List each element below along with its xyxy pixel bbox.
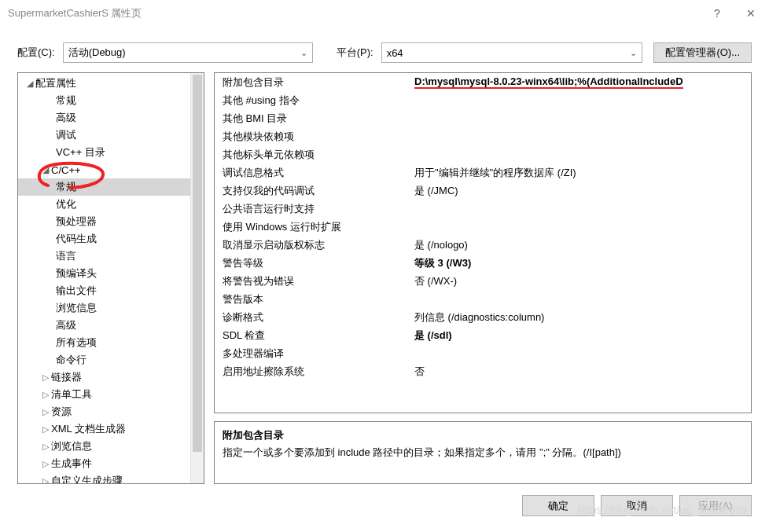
tree-item[interactable]: ▷生成事件: [18, 455, 204, 472]
property-row[interactable]: 使用 Windows 运行时扩展: [215, 218, 751, 236]
tree-item[interactable]: 调试: [18, 127, 204, 144]
property-value[interactable]: D:\mysql\mysql-8.0.23-winx64\lib;%(Addit…: [413, 75, 751, 89]
window-title: SupermarketCashierS 属性页: [8, 6, 701, 20]
caret-right-icon: ▷: [40, 442, 51, 452]
property-label: 其他标头单元依赖项: [215, 148, 413, 162]
tree-item[interactable]: 浏览信息: [18, 299, 204, 317]
tree-item[interactable]: ▷浏览信息: [18, 438, 204, 455]
platform-value: x64: [387, 47, 403, 59]
caret-down-icon: ◢: [24, 79, 35, 89]
platform-select[interactable]: x64 ⌄: [381, 42, 642, 63]
caret-right-icon: ▷: [40, 459, 51, 469]
tree-item[interactable]: ▷清单工具: [18, 386, 204, 403]
caret-right-icon: ▷: [40, 476, 51, 485]
property-row[interactable]: 启用地址擦除系统否: [215, 362, 751, 380]
tree-item[interactable]: ▷资源: [18, 403, 204, 420]
tree-item[interactable]: 语言: [18, 248, 204, 265]
property-label: 多处理器编译: [215, 347, 413, 361]
tree-item[interactable]: 高级: [18, 109, 204, 127]
property-value[interactable]: 用于"编辑并继续"的程序数据库 (/ZI): [413, 166, 751, 180]
tree-item[interactable]: 命令行: [18, 351, 204, 369]
caret-down-icon: ◢: [40, 165, 51, 175]
tree-item[interactable]: ▷自定义生成步骤: [18, 472, 204, 484]
property-row[interactable]: 警告等级等级 3 (/W3): [215, 254, 751, 272]
ok-button[interactable]: 确定: [522, 495, 594, 516]
tree-item[interactable]: 预处理器: [18, 213, 204, 230]
property-row[interactable]: 其他模块依赖项: [215, 127, 751, 145]
property-label: 其他 #using 指令: [215, 94, 413, 108]
config-select[interactable]: 活动(Debug) ⌄: [63, 42, 313, 63]
tree-root[interactable]: ◢配置属性: [18, 75, 204, 92]
property-grid[interactable]: 附加包含目录D:\mysql\mysql-8.0.23-winx64\lib;%…: [214, 72, 752, 413]
property-row[interactable]: 附加包含目录D:\mysql\mysql-8.0.23-winx64\lib;%…: [215, 73, 751, 91]
property-row[interactable]: SDL 检查是 (/sdl): [215, 326, 751, 344]
property-value[interactable]: 列信息 (/diagnostics:column): [413, 310, 751, 325]
property-row[interactable]: 其他标头单元依赖项: [215, 145, 751, 163]
tree-item[interactable]: ▷链接器: [18, 369, 204, 386]
config-manager-button[interactable]: 配置管理器(O)...: [653, 42, 752, 63]
property-label: 诊断格式: [215, 310, 413, 325]
tree-item[interactable]: 代码生成: [18, 230, 204, 248]
property-row[interactable]: 多处理器编译: [215, 344, 751, 362]
chevron-down-icon: ⌄: [630, 48, 637, 58]
property-row[interactable]: 公共语言运行时支持: [215, 200, 751, 218]
property-label: 将警告视为错误: [215, 274, 413, 288]
help-button[interactable]: ?: [701, 0, 733, 27]
property-row[interactable]: 其他 #using 指令: [215, 91, 751, 109]
description-title: 附加包含目录: [223, 428, 743, 442]
cancel-button[interactable]: 取消: [601, 495, 673, 516]
property-label: 警告等级: [215, 256, 413, 270]
property-label: 启用地址擦除系统: [215, 365, 413, 379]
caret-right-icon: ▷: [40, 407, 51, 417]
window-controls: ? ✕: [701, 0, 769, 27]
description-text: 指定一个或多个要添加到 include 路径中的目录；如果指定多个，请用 ";"…: [223, 446, 743, 460]
titlebar: SupermarketCashierS 属性页 ? ✕: [0, 0, 769, 27]
tree-item[interactable]: ▷XML 文档生成器: [18, 420, 204, 438]
close-button[interactable]: ✕: [733, 0, 769, 27]
description-panel: 附加包含目录 指定一个或多个要添加到 include 路径中的目录；如果指定多个…: [214, 421, 752, 484]
config-label: 配置(C):: [17, 46, 55, 60]
caret-right-icon: ▷: [40, 372, 51, 383]
scrollbar-thumb[interactable]: [193, 75, 202, 452]
property-label: 公共语言运行时支持: [215, 202, 413, 216]
tree-item-selected[interactable]: 常规: [18, 178, 204, 196]
right-column: 附加包含目录D:\mysql\mysql-8.0.23-winx64\lib;%…: [214, 72, 752, 484]
tree-item[interactable]: 输出文件: [18, 282, 204, 299]
property-label: 其他 BMI 目录: [215, 112, 413, 126]
footer: 确定 取消 应用(A): [0, 484, 769, 516]
property-label: 调试信息格式: [215, 166, 413, 180]
property-row[interactable]: 其他 BMI 目录: [215, 109, 751, 127]
property-value[interactable]: 等级 3 (/W3): [413, 256, 751, 270]
property-value[interactable]: 否 (/WX-): [413, 274, 751, 288]
property-value[interactable]: 否: [413, 365, 751, 379]
property-label: SDL 检查: [215, 328, 413, 343]
tree-item[interactable]: 高级: [18, 317, 204, 334]
tree-panel[interactable]: ◢配置属性 常规 高级 调试 VC++ 目录 ◢C/C++ 常规 优化 预处理器…: [17, 72, 204, 484]
property-value[interactable]: 是 (/JMC): [413, 184, 751, 198]
tree-item[interactable]: 优化: [18, 196, 204, 213]
tree-item-cpp[interactable]: ◢C/C++: [18, 161, 204, 178]
config-value: 活动(Debug): [68, 46, 126, 60]
tree-item[interactable]: VC++ 目录: [18, 144, 204, 161]
tree-item[interactable]: 所有选项: [18, 334, 204, 351]
property-row[interactable]: 诊断格式列信息 (/diagnostics:column): [215, 308, 751, 326]
apply-button[interactable]: 应用(A): [679, 495, 752, 516]
property-row[interactable]: 将警告视为错误否 (/WX-): [215, 272, 751, 290]
chevron-down-icon: ⌄: [300, 48, 307, 58]
tree: ◢配置属性 常规 高级 调试 VC++ 目录 ◢C/C++ 常规 优化 预处理器…: [18, 73, 204, 484]
tree-item[interactable]: 预编译头: [18, 265, 204, 282]
property-row[interactable]: 支持仅我的代码调试是 (/JMC): [215, 182, 751, 200]
main-content: ◢配置属性 常规 高级 调试 VC++ 目录 ◢C/C++ 常规 优化 预处理器…: [0, 72, 769, 484]
property-row[interactable]: 调试信息格式用于"编辑并继续"的程序数据库 (/ZI): [215, 163, 751, 182]
caret-right-icon: ▷: [40, 424, 51, 435]
property-label: 使用 Windows 运行时扩展: [215, 220, 413, 234]
property-value[interactable]: 是 (/sdl): [413, 328, 751, 343]
toolbar: 配置(C): 活动(Debug) ⌄ 平台(P): x64 ⌄ 配置管理器(O)…: [0, 27, 769, 72]
property-row[interactable]: 警告版本: [215, 290, 751, 308]
property-value[interactable]: 是 (/nologo): [413, 238, 751, 252]
property-label: 附加包含目录: [215, 75, 413, 90]
scrollbar[interactable]: [190, 73, 204, 483]
property-row[interactable]: 取消显示启动版权标志是 (/nologo): [215, 236, 751, 254]
tree-item[interactable]: 常规: [18, 92, 204, 109]
platform-label: 平台(P):: [337, 46, 373, 60]
